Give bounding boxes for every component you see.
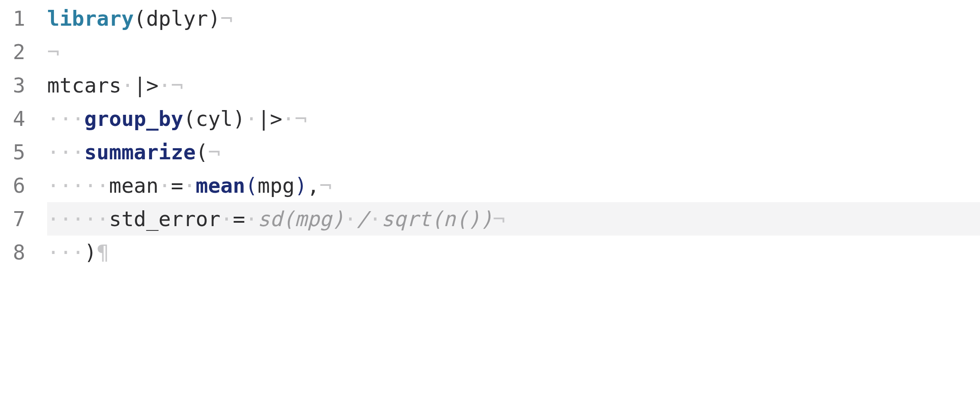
- token: ·····: [47, 207, 109, 231]
- token: mpg: [257, 173, 295, 197]
- token: (: [196, 140, 208, 164]
- token: ·: [183, 173, 196, 197]
- code-content[interactable]: ¬: [47, 35, 980, 69]
- token: ¬: [493, 207, 505, 231]
- code-editor[interactable]: 1library(dplyr)¬2¬3mtcars·|>·¬4···group_…: [0, 0, 980, 269]
- token: ): [208, 6, 221, 30]
- token: mean: [109, 173, 159, 197]
- code-content[interactable]: library(dplyr)¬: [47, 2, 980, 35]
- token: ,: [307, 173, 320, 197]
- token: =: [171, 173, 183, 197]
- token: |>: [257, 107, 282, 131]
- token: ···: [47, 107, 84, 131]
- token: ·: [369, 207, 381, 231]
- token: library: [47, 6, 134, 30]
- token: (: [134, 6, 146, 30]
- code-line[interactable]: 4···group_by(cyl)·|>·¬: [0, 102, 980, 135]
- token: (: [245, 173, 257, 197]
- token: ): [84, 240, 97, 264]
- token: ¬: [208, 140, 221, 164]
- token: sqrt(n()): [381, 207, 493, 231]
- token: ¬: [295, 107, 307, 131]
- token: |>: [134, 73, 158, 97]
- token: ···: [47, 240, 84, 264]
- code-line[interactable]: 2¬: [0, 35, 980, 69]
- code-content[interactable]: ···summarize(¬: [47, 135, 980, 169]
- token: ¬: [221, 6, 233, 30]
- token: ¬: [320, 173, 332, 197]
- line-number: 4: [0, 102, 47, 135]
- token: summarize: [84, 140, 196, 164]
- token: ·: [158, 173, 171, 197]
- token: cyl: [196, 107, 233, 131]
- token: ¬: [171, 73, 183, 97]
- code-line[interactable]: 7·····std_error·=·sd(mpg)·/·sqrt(n())¬: [0, 202, 980, 236]
- code-line[interactable]: 3mtcars·|>·¬: [0, 69, 980, 102]
- token: ): [233, 107, 245, 131]
- line-number: 8: [0, 236, 47, 269]
- line-number: 2: [0, 35, 47, 69]
- token: =: [233, 207, 245, 231]
- token: ·: [245, 207, 257, 231]
- code-content[interactable]: mtcars·|>·¬: [47, 69, 980, 102]
- line-number: 1: [0, 2, 47, 35]
- token: ·: [344, 207, 357, 231]
- token: (: [183, 107, 196, 131]
- token: ·: [158, 73, 171, 97]
- token: ···: [47, 140, 84, 164]
- token: group_by: [84, 107, 183, 131]
- token: ·: [282, 107, 295, 131]
- code-content[interactable]: ···group_by(cyl)·|>·¬: [47, 102, 980, 135]
- token: mtcars: [47, 73, 121, 97]
- code-content[interactable]: ·····std_error·=·sd(mpg)·/·sqrt(n())¬: [47, 202, 980, 236]
- token: ¶: [97, 240, 109, 264]
- line-number: 5: [0, 135, 47, 169]
- code-line[interactable]: 8···)¶: [0, 236, 980, 269]
- code-line[interactable]: 1library(dplyr)¬: [0, 2, 980, 35]
- token: ¬: [47, 40, 60, 64]
- code-content[interactable]: ·····mean·=·mean(mpg),¬: [47, 169, 980, 202]
- token: ·: [221, 207, 233, 231]
- token: ): [295, 173, 307, 197]
- token: ·····: [47, 173, 109, 197]
- code-line[interactable]: 6·····mean·=·mean(mpg),¬: [0, 169, 980, 202]
- token: /: [357, 207, 369, 231]
- line-number: 7: [0, 202, 47, 236]
- token: dplyr: [146, 6, 208, 30]
- token: std_error: [109, 207, 221, 231]
- token: sd(mpg): [257, 207, 344, 231]
- code-content[interactable]: ···)¶: [47, 236, 980, 269]
- code-line[interactable]: 5···summarize(¬: [0, 135, 980, 169]
- line-number: 3: [0, 69, 47, 102]
- token: mean: [196, 173, 245, 197]
- token: ·: [121, 73, 134, 97]
- line-number: 6: [0, 169, 47, 202]
- token: ·: [245, 107, 257, 131]
